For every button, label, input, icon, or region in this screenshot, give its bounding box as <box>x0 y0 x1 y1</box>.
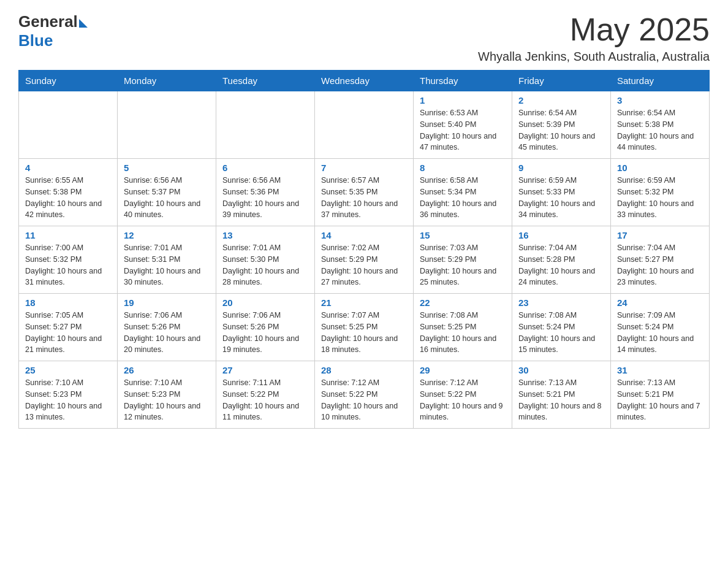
day-number: 6 <box>222 163 308 173</box>
calendar-cell: 23Sunrise: 7:08 AMSunset: 5:24 PMDayligh… <box>512 294 611 361</box>
day-number: 11 <box>25 230 111 240</box>
calendar-cell: 19Sunrise: 7:06 AMSunset: 5:26 PMDayligh… <box>118 294 216 361</box>
day-info: Sunrise: 6:59 AMSunset: 5:33 PMDaylight:… <box>518 175 604 221</box>
day-info: Sunrise: 7:10 AMSunset: 5:23 PMDaylight:… <box>25 377 111 423</box>
location-title: Whyalla Jenkins, South Australia, Austra… <box>478 50 710 64</box>
day-info: Sunrise: 7:01 AMSunset: 5:30 PMDaylight:… <box>222 242 308 288</box>
day-info: Sunrise: 7:08 AMSunset: 5:24 PMDaylight:… <box>518 310 604 356</box>
day-number: 15 <box>420 230 506 240</box>
day-info: Sunrise: 6:59 AMSunset: 5:32 PMDaylight:… <box>617 175 703 221</box>
week-row-5: 25Sunrise: 7:10 AMSunset: 5:23 PMDayligh… <box>19 361 710 429</box>
calendar-cell: 25Sunrise: 7:10 AMSunset: 5:23 PMDayligh… <box>19 361 118 429</box>
page-header: General Blue May 2025 Whyalla Jenkins, S… <box>18 12 710 64</box>
day-number: 8 <box>420 163 506 173</box>
day-info: Sunrise: 7:04 AMSunset: 5:28 PMDaylight:… <box>518 242 604 288</box>
day-info: Sunrise: 7:13 AMSunset: 5:21 PMDaylight:… <box>518 377 604 423</box>
day-number: 13 <box>222 230 308 240</box>
calendar-cell: 15Sunrise: 7:03 AMSunset: 5:29 PMDayligh… <box>414 226 512 294</box>
calendar-cell: 8Sunrise: 6:58 AMSunset: 5:34 PMDaylight… <box>414 159 512 226</box>
day-info: Sunrise: 7:12 AMSunset: 5:22 PMDaylight:… <box>321 377 407 423</box>
week-row-1: 1Sunrise: 6:53 AMSunset: 5:40 PMDaylight… <box>19 91 710 159</box>
calendar-cell <box>19 91 118 159</box>
logo-blue-text: Blue <box>18 31 53 50</box>
day-number: 3 <box>617 95 703 105</box>
day-number: 19 <box>124 297 210 308</box>
calendar-cell: 13Sunrise: 7:01 AMSunset: 5:30 PMDayligh… <box>216 226 315 294</box>
weekday-header-thursday: Thursday <box>414 71 512 91</box>
calendar-cell: 21Sunrise: 7:07 AMSunset: 5:25 PMDayligh… <box>315 294 414 361</box>
calendar-cell: 20Sunrise: 7:06 AMSunset: 5:26 PMDayligh… <box>216 294 315 361</box>
day-info: Sunrise: 7:05 AMSunset: 5:27 PMDaylight:… <box>25 310 111 356</box>
calendar-cell: 29Sunrise: 7:12 AMSunset: 5:22 PMDayligh… <box>414 361 512 429</box>
calendar-cell: 26Sunrise: 7:10 AMSunset: 5:23 PMDayligh… <box>118 361 216 429</box>
calendar-cell: 31Sunrise: 7:13 AMSunset: 5:21 PMDayligh… <box>611 361 710 429</box>
day-number: 23 <box>518 297 604 308</box>
day-info: Sunrise: 7:00 AMSunset: 5:32 PMDaylight:… <box>25 242 111 288</box>
day-info: Sunrise: 7:03 AMSunset: 5:29 PMDaylight:… <box>420 242 506 288</box>
weekday-header-friday: Friday <box>512 71 611 91</box>
calendar-cell: 24Sunrise: 7:09 AMSunset: 5:24 PMDayligh… <box>611 294 710 361</box>
day-number: 18 <box>25 297 111 308</box>
day-info: Sunrise: 7:09 AMSunset: 5:24 PMDaylight:… <box>617 310 703 356</box>
day-number: 1 <box>420 95 506 105</box>
calendar-cell <box>118 91 216 159</box>
day-number: 31 <box>617 365 703 375</box>
weekday-header-saturday: Saturday <box>611 71 710 91</box>
calendar-cell: 12Sunrise: 7:01 AMSunset: 5:31 PMDayligh… <box>118 226 216 294</box>
weekday-header-wednesday: Wednesday <box>315 71 414 91</box>
day-info: Sunrise: 6:54 AMSunset: 5:39 PMDaylight:… <box>518 107 604 153</box>
day-info: Sunrise: 7:10 AMSunset: 5:23 PMDaylight:… <box>124 377 210 423</box>
day-number: 4 <box>25 163 111 173</box>
calendar-cell: 9Sunrise: 6:59 AMSunset: 5:33 PMDaylight… <box>512 159 611 226</box>
day-number: 28 <box>321 365 407 375</box>
calendar-table: SundayMondayTuesdayWednesdayThursdayFrid… <box>18 70 710 429</box>
weekday-header-sunday: Sunday <box>19 71 118 91</box>
calendar-cell: 16Sunrise: 7:04 AMSunset: 5:28 PMDayligh… <box>512 226 611 294</box>
title-section: May 2025 Whyalla Jenkins, South Australi… <box>478 12 710 64</box>
day-number: 25 <box>25 365 111 375</box>
day-number: 30 <box>518 365 604 375</box>
day-info: Sunrise: 6:54 AMSunset: 5:38 PMDaylight:… <box>617 107 703 153</box>
weekday-header-row: SundayMondayTuesdayWednesdayThursdayFrid… <box>19 71 710 91</box>
week-row-2: 4Sunrise: 6:55 AMSunset: 5:38 PMDaylight… <box>19 159 710 226</box>
day-number: 2 <box>518 95 604 105</box>
day-number: 24 <box>617 297 703 308</box>
calendar-cell: 18Sunrise: 7:05 AMSunset: 5:27 PMDayligh… <box>19 294 118 361</box>
day-number: 29 <box>420 365 506 375</box>
logo: General Blue <box>18 12 88 50</box>
day-number: 14 <box>321 230 407 240</box>
calendar-cell: 30Sunrise: 7:13 AMSunset: 5:21 PMDayligh… <box>512 361 611 429</box>
day-number: 7 <box>321 163 407 173</box>
calendar-cell: 2Sunrise: 6:54 AMSunset: 5:39 PMDaylight… <box>512 91 611 159</box>
day-info: Sunrise: 7:08 AMSunset: 5:25 PMDaylight:… <box>420 310 506 356</box>
day-info: Sunrise: 7:06 AMSunset: 5:26 PMDaylight:… <box>222 310 308 356</box>
day-number: 17 <box>617 230 703 240</box>
day-number: 21 <box>321 297 407 308</box>
weekday-header-monday: Monday <box>118 71 216 91</box>
day-info: Sunrise: 7:11 AMSunset: 5:22 PMDaylight:… <box>222 377 308 423</box>
calendar-cell: 1Sunrise: 6:53 AMSunset: 5:40 PMDaylight… <box>414 91 512 159</box>
calendar-cell: 11Sunrise: 7:00 AMSunset: 5:32 PMDayligh… <box>19 226 118 294</box>
day-info: Sunrise: 6:55 AMSunset: 5:38 PMDaylight:… <box>25 175 111 221</box>
day-info: Sunrise: 7:06 AMSunset: 5:26 PMDaylight:… <box>124 310 210 356</box>
day-info: Sunrise: 7:01 AMSunset: 5:31 PMDaylight:… <box>124 242 210 288</box>
calendar-cell: 6Sunrise: 6:56 AMSunset: 5:36 PMDaylight… <box>216 159 315 226</box>
day-number: 20 <box>222 297 308 308</box>
week-row-3: 11Sunrise: 7:00 AMSunset: 5:32 PMDayligh… <box>19 226 710 294</box>
calendar-cell: 10Sunrise: 6:59 AMSunset: 5:32 PMDayligh… <box>611 159 710 226</box>
logo-arrow-icon <box>79 19 88 28</box>
day-info: Sunrise: 6:56 AMSunset: 5:37 PMDaylight:… <box>124 175 210 221</box>
calendar-cell: 7Sunrise: 6:57 AMSunset: 5:35 PMDaylight… <box>315 159 414 226</box>
day-info: Sunrise: 6:58 AMSunset: 5:34 PMDaylight:… <box>420 175 506 221</box>
calendar-cell <box>315 91 414 159</box>
day-info: Sunrise: 6:57 AMSunset: 5:35 PMDaylight:… <box>321 175 407 221</box>
day-info: Sunrise: 7:02 AMSunset: 5:29 PMDaylight:… <box>321 242 407 288</box>
calendar-cell: 22Sunrise: 7:08 AMSunset: 5:25 PMDayligh… <box>414 294 512 361</box>
day-number: 5 <box>124 163 210 173</box>
day-info: Sunrise: 6:53 AMSunset: 5:40 PMDaylight:… <box>420 107 506 153</box>
calendar-cell: 4Sunrise: 6:55 AMSunset: 5:38 PMDaylight… <box>19 159 118 226</box>
day-info: Sunrise: 7:04 AMSunset: 5:27 PMDaylight:… <box>617 242 703 288</box>
day-number: 12 <box>124 230 210 240</box>
day-info: Sunrise: 7:13 AMSunset: 5:21 PMDaylight:… <box>617 377 703 423</box>
day-info: Sunrise: 7:07 AMSunset: 5:25 PMDaylight:… <box>321 310 407 356</box>
